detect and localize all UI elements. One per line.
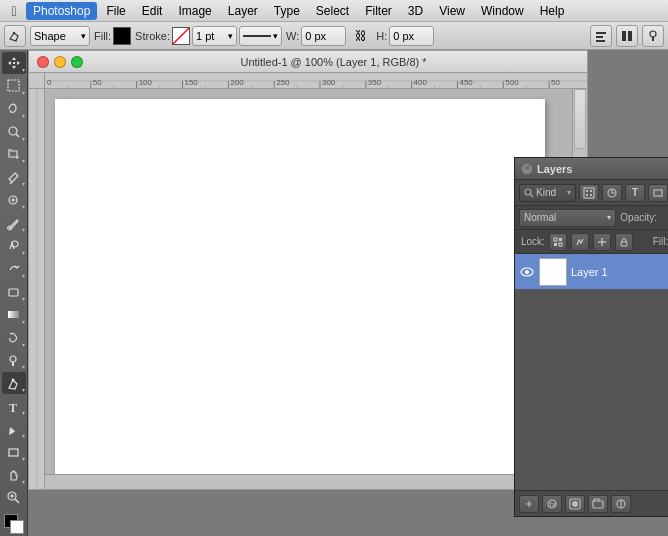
width-input[interactable]: 0 px: [301, 26, 346, 46]
shape-tool[interactable]: ▾: [2, 441, 26, 463]
menu-image[interactable]: Image: [171, 2, 218, 20]
svg-text:50: 50: [93, 78, 102, 87]
svg-point-0: [13, 31, 15, 33]
svg-rect-11: [8, 80, 19, 91]
canvas-content[interactable]: [45, 89, 587, 489]
blur-tool[interactable]: ▾: [2, 327, 26, 349]
horizontal-scrollbar[interactable]: [45, 474, 572, 489]
svg-text:450: 450: [459, 78, 473, 87]
pen-tool[interactable]: ▾: [2, 372, 26, 394]
svg-text:fx: fx: [550, 500, 556, 509]
blending-mode-row: Normal Opacity: 100: [515, 206, 668, 230]
menu-help[interactable]: Help: [533, 2, 572, 20]
foreground-background-colors[interactable]: [2, 514, 26, 534]
layers-filter-toolbar: Kind ▾ T: [515, 180, 668, 206]
filter-text-icon[interactable]: T: [625, 184, 645, 202]
ruler-vertical: [29, 89, 45, 489]
selection-tool[interactable]: ▾: [2, 75, 26, 97]
lock-all-icon[interactable]: [615, 233, 633, 251]
layer-thumbnail: [539, 258, 567, 286]
stroke-style-dropdown[interactable]: [239, 26, 282, 46]
apple-logo-icon[interactable]: : [4, 0, 24, 22]
opacity-value[interactable]: 100: [661, 212, 668, 223]
svg-text:350: 350: [368, 78, 382, 87]
tool-mode-dropdown[interactable]: Shape: [30, 26, 90, 46]
menu-file[interactable]: File: [99, 2, 132, 20]
minimize-button[interactable]: [54, 56, 66, 68]
stroke-color-swatch[interactable]: [172, 27, 190, 45]
layer-1-row[interactable]: Layer 1: [515, 254, 668, 290]
filter-shape-icon[interactable]: [648, 184, 668, 202]
layer-name: Layer 1: [571, 266, 668, 278]
layer-visibility-toggle[interactable]: [519, 264, 535, 280]
hand-tool[interactable]: ▾: [2, 464, 26, 486]
create-adjustment-layer-icon[interactable]: [611, 495, 631, 513]
svg-rect-4: [596, 36, 603, 38]
create-group-icon[interactable]: [588, 495, 608, 513]
svg-point-8: [650, 31, 656, 37]
brush-tool[interactable]: ▾: [2, 212, 26, 234]
menu-layer[interactable]: Layer: [221, 2, 265, 20]
add-layer-style-icon[interactable]: fx: [542, 495, 562, 513]
add-mask-icon[interactable]: [565, 495, 585, 513]
text-tool[interactable]: T ▾: [2, 395, 26, 417]
svg-rect-73: [590, 190, 592, 192]
gradient-tool[interactable]: ▾: [2, 304, 26, 326]
vertical-scrollbar-thumb[interactable]: [574, 89, 586, 149]
history-brush-tool[interactable]: ▾: [2, 258, 26, 280]
filter-pixel-icon[interactable]: [579, 184, 599, 202]
dodge-tool[interactable]: ▾: [2, 350, 26, 372]
menu-select[interactable]: Select: [309, 2, 356, 20]
menu-type[interactable]: Type: [267, 2, 307, 20]
menu-3d[interactable]: 3D: [401, 2, 430, 20]
lock-position-icon[interactable]: [593, 233, 611, 251]
height-input[interactable]: 0 px: [389, 26, 434, 46]
panel-close-button[interactable]: ✕: [521, 163, 533, 175]
link-dimensions-icon[interactable]: ⛓: [350, 25, 372, 47]
menu-window[interactable]: Window: [474, 2, 531, 20]
zoom-tool[interactable]: [2, 487, 26, 509]
lasso-tool[interactable]: ▾: [2, 98, 26, 120]
clone-stamp-tool[interactable]: ▾: [2, 235, 26, 257]
menu-filter[interactable]: Filter: [358, 2, 399, 20]
pen-tool-icon[interactable]: [4, 25, 26, 47]
brush-settings-icon[interactable]: [642, 25, 664, 47]
maximize-button[interactable]: [71, 56, 83, 68]
svg-line-70: [531, 194, 534, 197]
layers-panel-title: Layers: [537, 163, 572, 175]
spot-heal-tool[interactable]: ▾: [2, 189, 26, 211]
layers-empty-area: [515, 290, 668, 490]
fill-color-swatch[interactable]: [113, 27, 131, 45]
stroke-width-dropdown[interactable]: 1 pt: [192, 26, 237, 46]
blending-mode-dropdown[interactable]: Normal: [519, 209, 616, 227]
svg-rect-3: [596, 32, 606, 34]
lock-transparent-pixels-icon[interactable]: [549, 233, 567, 251]
eyedropper-tool[interactable]: ▾: [2, 166, 26, 188]
menu-edit[interactable]: Edit: [135, 2, 170, 20]
canvas-body[interactable]: 0 50 100 150 200 250 300: [28, 72, 588, 490]
svg-line-13: [16, 134, 19, 137]
link-layers-icon[interactable]: [519, 495, 539, 513]
filter-adjustment-icon[interactable]: [602, 184, 622, 202]
menu-view[interactable]: View: [432, 2, 472, 20]
quick-select-tool[interactable]: ▾: [2, 121, 26, 143]
svg-text:200: 200: [230, 78, 244, 87]
crop-tool[interactable]: ▾: [2, 144, 26, 166]
ruler-horizontal: 0 50 100 150 200 250 300: [45, 73, 587, 89]
lock-image-pixels-icon[interactable]: [571, 233, 589, 251]
close-button[interactable]: [37, 56, 49, 68]
eraser-tool[interactable]: ▾: [2, 281, 26, 303]
window-titlebar: Untitled-1 @ 100% (Layer 1, RGB/8) *: [28, 50, 588, 72]
svg-text:400: 400: [414, 78, 428, 87]
opacity-label: Opacity:: [620, 212, 657, 223]
menu-photoshop[interactable]: Photoshop: [26, 2, 97, 20]
align-left-icon[interactable]: [590, 25, 612, 47]
layers-filter-search[interactable]: Kind ▾: [519, 184, 576, 202]
svg-rect-78: [554, 238, 557, 241]
path-select-tool[interactable]: ▾: [2, 418, 26, 440]
svg-rect-5: [596, 40, 605, 42]
move-tool[interactable]: ▾: [2, 52, 26, 74]
canvas-settings-icon[interactable]: [616, 25, 638, 47]
svg-rect-7: [628, 31, 632, 41]
svg-rect-81: [559, 243, 562, 246]
